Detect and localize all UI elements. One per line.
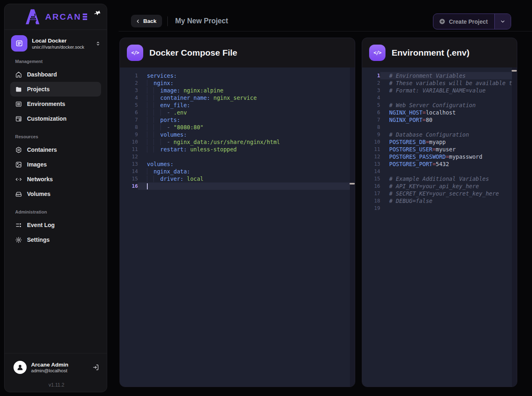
line-number: 12 <box>120 153 138 160</box>
scrollbar-track[interactable] <box>350 68 355 387</box>
sidebar-item-volumes[interactable]: Volumes <box>10 187 101 201</box>
network-icon <box>15 176 22 183</box>
compose-panel: </> Docker Compose File 1services:2 ngin… <box>119 38 355 387</box>
line-number: 6 <box>362 109 380 116</box>
avatar <box>14 361 27 374</box>
sidebar-item-dashboard[interactable]: Dashboard <box>10 67 101 82</box>
logo: ARCAN <box>5 4 107 29</box>
code-line-content: # DEBUG=false <box>380 197 512 205</box>
sidebar-item-customization[interactable]: Customization <box>10 111 101 126</box>
code-line-content <box>380 124 512 131</box>
chevron-left-icon <box>135 18 141 24</box>
sidebar-item-event-log[interactable]: Event Log <box>10 218 101 232</box>
code-line: 13POSTGRES_PORT=5432 <box>362 160 517 168</box>
sidebar-section: ResourcesContainersImagesNetworksVolumes <box>10 134 101 201</box>
sidebar-item-environments[interactable]: Environments <box>10 97 101 111</box>
sidebar-item-label: Projects <box>27 86 50 92</box>
create-project-label: Create Project <box>449 18 488 25</box>
sidebar-item-label: Networks <box>27 176 53 182</box>
code-line: 4 container_name: nginx_service <box>120 94 355 101</box>
container-icon <box>15 146 22 153</box>
app-version: v1.11.2 <box>14 382 99 388</box>
docker-context-switcher[interactable]: Local Docker unix:///var/run/docker.sock <box>5 30 107 57</box>
line-number: 5 <box>120 101 138 109</box>
sidebar-section: AdministrationEvent LogSettings <box>10 209 101 247</box>
code-line: 15# Example Additional Variables <box>362 175 517 182</box>
sidebar-item-networks[interactable]: Networks <box>10 172 101 187</box>
user-name: Arcane Admin <box>31 362 88 368</box>
code-line: 16 <box>120 182 355 190</box>
line-number: 12 <box>362 153 380 160</box>
docker-context-name: Local Docker <box>32 38 90 44</box>
event-log-icon <box>15 222 22 229</box>
code-line-content: env_file: <box>138 101 350 109</box>
line-number: 16 <box>120 182 138 190</box>
sidebar-nav: ManagementDashboardProjectsEnvironmentsC… <box>5 57 107 255</box>
scrollbar-thumb[interactable] <box>349 183 355 184</box>
code-line: 14 <box>362 168 517 175</box>
env-editor[interactable]: 1# Environment Variables2# These variabl… <box>362 68 517 387</box>
arcane-app: ARCAN Local Docker unix:///var/run/docke… <box>0 0 532 396</box>
line-number: 1 <box>362 72 380 79</box>
code-line-content: container_name: nginx_service <box>138 94 350 101</box>
code-icon: </> <box>127 45 143 61</box>
line-number: 2 <box>120 79 138 87</box>
text-cursor <box>147 183 148 189</box>
docker-context-icon <box>11 35 27 52</box>
sidebar-item-projects[interactable]: Projects <box>10 82 101 97</box>
sidebar-footer: Arcane Admin admin@localhost v1.11.2 <box>5 353 107 392</box>
line-number: 5 <box>362 101 380 109</box>
scrollbar-thumb[interactable] <box>512 70 517 72</box>
docker-context-socket: unix:///var/run/docker.sock <box>32 45 90 50</box>
logout-icon[interactable] <box>92 364 99 371</box>
code-line: 7NGINX_PORT=80 <box>362 116 517 124</box>
create-project-dropdown[interactable] <box>494 14 511 29</box>
code-line: 8 - "8080:80" <box>120 124 355 131</box>
code-line-content: POSTGRES_USER=myuser <box>380 146 512 153</box>
create-project-button[interactable]: Create Project <box>433 14 494 29</box>
section-label: Resources <box>15 134 101 139</box>
code-line: 6 - .env <box>120 109 355 116</box>
line-number: 13 <box>362 160 380 168</box>
code-line: 6NGINX_HOST=localhost <box>362 109 517 116</box>
code-line: 4 <box>362 94 517 101</box>
image-icon <box>15 161 22 168</box>
code-line: 5# Web Server Configuration <box>362 101 517 109</box>
sidebar-item-containers[interactable]: Containers <box>10 142 101 157</box>
code-line: 7 ports: <box>120 116 355 124</box>
code-line: 18# DEBUG=false <box>362 197 517 205</box>
code-icon: </> <box>369 45 385 61</box>
header-divider <box>167 16 168 26</box>
line-number: 15 <box>120 175 138 182</box>
section-label: Management <box>15 59 101 64</box>
compose-editor[interactable]: 1services:2 nginx:3 image: nginx:alpine4… <box>120 68 355 387</box>
volume-icon <box>15 191 22 198</box>
code-line-content: NGINX_PORT=80 <box>380 116 512 124</box>
line-number: 11 <box>362 146 380 153</box>
back-button[interactable]: Back <box>131 15 162 27</box>
code-line: 5 env_file: <box>120 101 355 109</box>
env-panel: </> Environment (.env) 1# Environment Va… <box>362 38 517 387</box>
sidebar-item-label: Settings <box>27 236 50 243</box>
code-line-content: services: <box>138 72 350 79</box>
scrollbar-track[interactable] <box>512 68 517 387</box>
code-line-content: driver: local <box>138 175 350 182</box>
line-number: 7 <box>362 116 380 124</box>
code-line-content: # Format: VARIABLE_NAME=value <box>380 87 512 94</box>
wordmark: ARCAN <box>45 12 87 22</box>
code-line-content: nginx: <box>138 79 350 87</box>
folder-icon <box>15 86 22 93</box>
sidebar-item-settings[interactable]: Settings <box>10 232 101 247</box>
code-line-content: - "8080:80" <box>138 124 350 131</box>
code-line: 12POSTGRES_PASSWORD=mypassword <box>362 153 517 160</box>
code-line-content: # These variables will be available to <box>380 79 512 87</box>
line-number: 6 <box>120 109 138 116</box>
sidebar-item-images[interactable]: Images <box>10 157 101 172</box>
pin-icon[interactable] <box>92 8 102 18</box>
compose-panel-title: Docker Compose File <box>149 48 237 58</box>
line-number: 17 <box>362 190 380 197</box>
page-title: My New Project <box>175 15 228 27</box>
line-number: 16 <box>362 182 380 190</box>
line-number: 2 <box>362 79 380 87</box>
sidebar-item-label: Images <box>27 161 47 168</box>
